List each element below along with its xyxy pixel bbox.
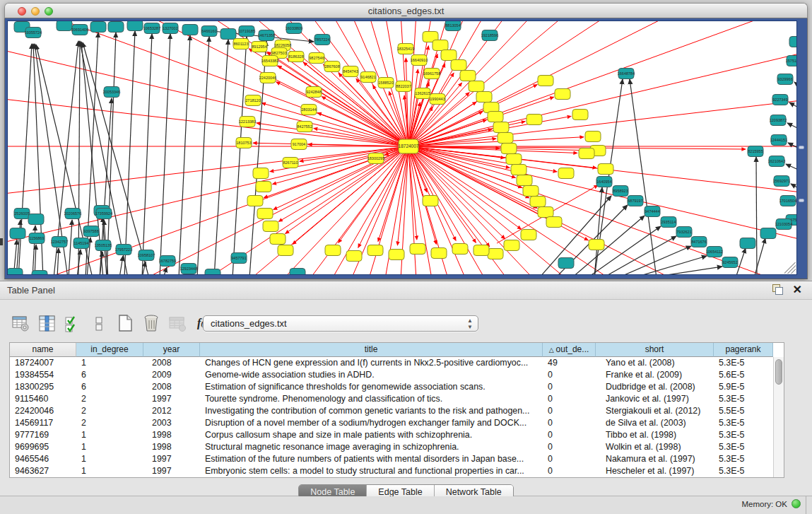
hub-node[interactable]: 18724007 [399,139,419,153]
graph-node[interactable]: 9146821 [360,72,376,83]
graph-node[interactable]: 1588520 [378,78,394,88]
graph-node[interactable]: 20206576 [64,209,81,219]
graph-node[interactable]: 16648784 [618,69,635,79]
graph-node[interactable] [367,245,383,256]
graph-node[interactable]: 10654112 [706,247,723,257]
graph-node[interactable]: 17957223 [115,245,132,255]
graph-node[interactable]: 12923448 [180,264,197,274]
graph-node[interactable]: 9474444 [645,206,660,217]
graph-node[interactable] [270,234,286,245]
graph-node[interactable]: 12342757 [51,237,68,247]
graph-node[interactable] [504,240,519,251]
graph-node[interactable]: 18325419 [397,44,414,54]
close-panel-icon[interactable]: ✕ [793,284,802,295]
graph-node[interactable]: 8471676 [691,237,707,247]
graph-node[interactable] [511,165,526,175]
graph-node[interactable] [220,29,236,40]
graph-node[interactable] [558,258,574,269]
graph-node[interactable]: 2803144 [301,105,317,115]
graph-node[interactable]: 9227349 [772,95,788,105]
delete-column-icon[interactable] [142,314,160,332]
graph-node[interactable] [521,230,536,240]
graph-node[interactable]: 8186328 [288,52,304,62]
graph-node[interactable]: 9329966 [777,74,793,85]
graph-node[interactable]: 10958107 [138,250,155,261]
graph-node[interactable]: 17359924 [95,209,112,219]
graph-node[interactable]: 2718120 [245,95,261,106]
graph-node[interactable] [555,89,570,100]
graph-node[interactable] [28,214,44,225]
graph-node[interactable] [431,248,447,259]
graph-node[interactable]: 16033809 [286,23,302,34]
new-column-icon[interactable] [116,314,134,332]
graph-node[interactable] [433,40,448,51]
column-header-name[interactable]: name [10,343,76,357]
graph-node[interactable] [423,196,438,206]
table-selector-dropdown[interactable]: citations_edges.txt ▲▼ [203,315,478,332]
graph-node[interactable] [290,269,305,275]
graph-node[interactable]: 1145194 [73,238,89,249]
graph-node[interactable]: 10719185 [238,26,255,37]
graph-node[interactable]: 8958923 [613,186,628,197]
graph-node[interactable]: 12444151 [770,135,787,146]
graph-node[interactable] [452,244,468,255]
graph-node[interactable] [346,251,362,262]
table-row[interactable]: 1456911722003Disruption of a novel membe… [10,417,784,429]
graph-node[interactable]: 8427552 [297,122,312,132]
table-row[interactable]: 946554611997Estimation of the future num… [10,453,784,465]
column-header-pagerank[interactable]: pagerank [714,343,773,357]
graph-node[interactable] [247,196,263,206]
graph-node[interactable]: 12093872 [770,115,787,126]
graph-node[interactable]: 12213383 [239,117,256,127]
graph-node[interactable]: 8822037 [396,81,411,92]
graph-node[interactable]: 13505135 [95,240,112,251]
graph-node[interactable]: 16543382 [261,56,278,66]
graph-node[interactable]: 16640910 [411,55,428,66]
graph-node[interactable]: 15751074 [786,56,796,66]
graph-node[interactable] [789,37,796,47]
graph-node[interactable]: 8813054 [445,21,461,31]
graph-node[interactable] [530,197,546,207]
graph-node[interactable]: 16782759 [159,256,176,267]
graph-node[interactable] [538,207,553,218]
graph-node[interactable] [493,122,509,133]
graph-node[interactable] [546,217,562,228]
graph-node[interactable]: 1327002 [163,23,178,34]
graph-node[interactable]: 14671358 [258,30,275,41]
graph-node[interactable] [572,110,588,120]
graph-node[interactable]: 19355724 [25,28,42,38]
graph-node[interactable] [127,21,143,31]
column-header-out_degree[interactable]: △out_de... [543,343,596,357]
graph-node[interactable]: 9827546 [309,53,324,64]
graph-node[interactable]: 1810753 [236,138,252,148]
graph-node[interactable] [278,245,293,256]
graph-node[interactable] [598,164,613,175]
memory-indicator[interactable]: Memory: OK [741,499,801,508]
graph-node[interactable] [488,112,503,122]
graph-node[interactable] [579,148,594,159]
table-scrollbar[interactable] [773,357,784,477]
graph-node[interactable]: 20053346 [103,87,120,98]
graph-node[interactable] [32,271,47,275]
graph-node[interactable]: 9457791 [231,253,247,264]
graph-node[interactable]: 16210643 [768,156,785,167]
graph-node[interactable] [501,144,517,154]
graph-node[interactable] [256,182,271,192]
graph-node[interactable] [517,175,532,186]
graph-node[interactable]: 15692971 [773,176,790,187]
table-panel-header[interactable]: Table Panel ✕ [0,281,812,300]
graph-node[interactable]: 8454743 [343,66,358,77]
graph-node[interactable] [441,50,457,61]
graph-node[interactable]: 6466160 [201,26,217,37]
graph-node[interactable]: 6879197 [628,196,643,206]
row-selection-icon[interactable] [64,314,82,332]
zoom-window-icon[interactable] [45,7,53,16]
graph-node[interactable]: 22420046 [259,73,276,83]
pair-view-icon[interactable] [90,314,108,332]
scrollbar-thumb[interactable] [775,359,782,385]
graph-node[interactable]: 19218596 [481,30,498,41]
graph-node[interactable]: 1362615 [415,88,430,99]
graph-node[interactable] [523,186,539,197]
graph-node[interactable]: 2935114 [661,217,676,228]
graph-node[interactable] [740,238,755,249]
